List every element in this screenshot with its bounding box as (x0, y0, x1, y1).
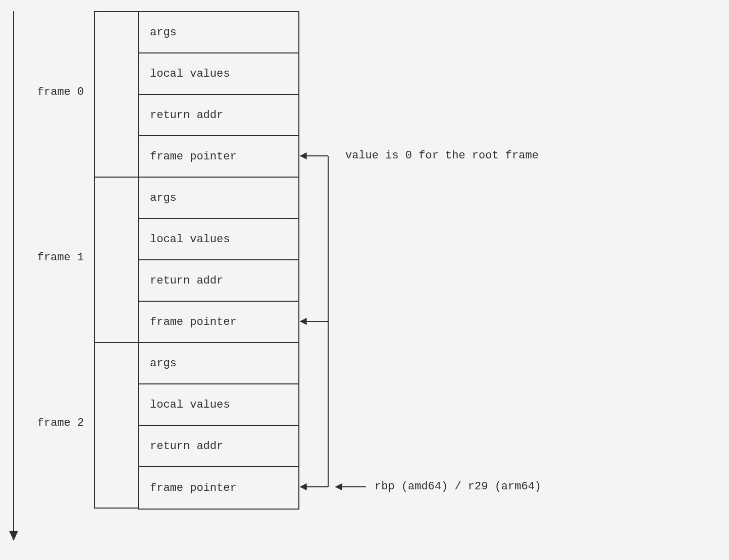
annotation-register: rbp (amd64) / r29 (arm64) (375, 480, 541, 493)
cell-local-values: local values (139, 219, 298, 260)
frame-label-2: frame 2 (23, 417, 98, 429)
cell-args: args (139, 343, 298, 384)
stack-body: args local values return addr frame poin… (138, 11, 299, 510)
frame-label-0: frame 0 (23, 86, 98, 98)
bracket-frame-1 (94, 177, 138, 343)
diagram-lines (0, 0, 729, 560)
bracket-frame-0 (94, 12, 138, 177)
frame-label-1: frame 1 (23, 251, 98, 264)
cell-args: args (139, 12, 298, 53)
cell-return-addr: return addr (139, 426, 298, 467)
annotation-root-frame: value is 0 for the root frame (345, 149, 539, 162)
cell-local-values: local values (139, 384, 298, 426)
stack-frame-diagram: args local values return addr frame poin… (0, 0, 729, 560)
cell-frame-pointer: frame pointer (139, 467, 298, 509)
cell-return-addr: return addr (139, 95, 298, 136)
cell-frame-pointer: frame pointer (139, 136, 298, 178)
cell-local-values: local values (139, 53, 298, 95)
cell-args: args (139, 178, 298, 219)
svg-marker-1 (9, 531, 18, 541)
bracket-frame-2 (94, 343, 138, 508)
cell-frame-pointer: frame pointer (139, 302, 298, 343)
cell-return-addr: return addr (139, 260, 298, 302)
stack-growth-arrow (9, 11, 18, 541)
